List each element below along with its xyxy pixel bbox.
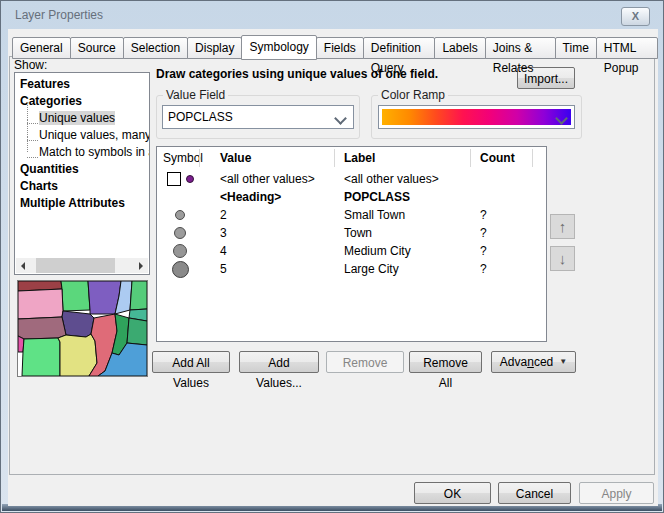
apply-button: Apply	[579, 482, 654, 504]
tree-connector	[27, 148, 38, 158]
tab-time[interactable]: Time	[555, 37, 597, 59]
tab-fields[interactable]: Fields	[316, 37, 364, 59]
table-row[interactable]: <Heading>POPCLASS	[157, 188, 546, 206]
close-icon[interactable]: X	[621, 7, 650, 26]
value-field-label: Value Field	[163, 88, 228, 102]
window-title: Layer Properties	[15, 8, 103, 22]
layer-properties-window: Layer Properties X GeneralSourceSelectio…	[0, 0, 664, 513]
tree-item-label: Multiple Attributes	[20, 196, 125, 210]
map-region-missouri	[58, 334, 97, 376]
column-label: Label	[344, 147, 375, 169]
remove-all-button[interactable]: Remove All	[409, 351, 482, 373]
color-ramp-label: Color Ramp	[378, 88, 448, 102]
table-row[interactable]: 2Small Town?	[157, 206, 546, 224]
add-all-values-button[interactable]: Add All Values	[152, 351, 230, 373]
tree-item-label: Quantities	[20, 162, 79, 176]
table-row[interactable]: 5Large City?	[157, 260, 546, 278]
map-region-minnesota	[61, 281, 90, 311]
value-cell: 2	[220, 206, 227, 224]
move-down-button[interactable]: ↓	[550, 246, 575, 271]
symbol-cell	[159, 188, 201, 206]
map-region-nebraska	[18, 317, 66, 339]
map-preview-svg	[18, 281, 147, 376]
dropdown-arrow-icon: ▼	[559, 352, 567, 372]
column-separator	[470, 149, 471, 167]
chevron-down-icon	[334, 112, 347, 125]
tree-item-match-to-symbols-in-a[interactable]: Match to symbols in a	[15, 144, 149, 161]
tree-item-categories[interactable]: Categories	[15, 93, 149, 110]
color-ramp-group: Color Ramp	[371, 95, 582, 139]
table-row[interactable]: <all other values><all other values>	[157, 170, 546, 188]
advanced-button[interactable]: Advanced ▼	[491, 351, 576, 373]
tree-horizontal-scrollbar[interactable]	[16, 258, 148, 273]
tree-item-unique-values[interactable]: Unique values	[15, 110, 149, 127]
tree-item-label: Unique values	[39, 111, 115, 125]
tab-general[interactable]: General	[12, 37, 71, 59]
tab-labels[interactable]: Labels	[434, 37, 485, 59]
symbol-dot-icon	[175, 210, 185, 220]
count-cell: ?	[480, 242, 487, 260]
visibility-checkbox[interactable]	[167, 172, 181, 186]
map-region-michigan	[130, 281, 147, 310]
value-list[interactable]: Symbol Value Label Count <all other valu…	[156, 146, 547, 342]
tab-symbology[interactable]: Symbology	[241, 35, 316, 60]
tab-source[interactable]: Source	[70, 37, 124, 59]
label-cell: Small Town	[344, 206, 405, 224]
value-cell: <all other values>	[220, 170, 315, 188]
label-cell: <all other values>	[344, 170, 439, 188]
tree-item-features[interactable]: Features	[15, 76, 149, 93]
value-cell: 4	[220, 242, 227, 260]
dialog-body: GeneralSourceSelectionDisplaySymbologyFi…	[8, 29, 658, 506]
value-rows: <all other values><all other values><Hea…	[157, 170, 546, 278]
tree-item-quantities[interactable]: Quantities	[15, 161, 149, 178]
tab-definition-query[interactable]: Definition Query	[363, 37, 436, 59]
tab-selection[interactable]: Selection	[123, 37, 188, 59]
count-cell: ?	[480, 206, 487, 224]
show-tree[interactable]: FeaturesCategoriesUnique valuesUnique va…	[14, 72, 150, 275]
titlebar[interactable]: Layer Properties X	[2, 2, 662, 29]
tree-item-charts[interactable]: Charts	[15, 178, 149, 195]
value-field-dropdown[interactable]: POPCLASS	[162, 105, 354, 129]
symbol-cell	[159, 206, 201, 224]
column-separator	[334, 149, 335, 167]
tree-item-multiple-attributes[interactable]: Multiple Attributes	[15, 195, 149, 212]
symbol-dot-icon	[173, 244, 187, 258]
column-separator	[199, 149, 200, 167]
tree-connector	[27, 114, 38, 124]
symbol-cell	[159, 260, 201, 278]
column-symbol: Symbol	[163, 147, 203, 169]
value-field-value: POPCLASS	[168, 110, 233, 124]
column-count: Count	[480, 147, 515, 169]
tab-joins-relates[interactable]: Joins & Relates	[485, 37, 556, 59]
map-region-south-dakota	[18, 289, 63, 319]
cancel-button[interactable]: Cancel	[498, 482, 571, 504]
table-row[interactable]: 4Medium City?	[157, 242, 546, 260]
tree-item-unique-values-many[interactable]: Unique values, many	[15, 127, 149, 144]
column-value: Value	[220, 147, 251, 169]
count-cell: ?	[480, 224, 487, 242]
ok-button[interactable]: OK	[414, 482, 491, 504]
tab-display[interactable]: Display	[187, 37, 242, 59]
color-ramp-dropdown[interactable]	[378, 105, 575, 129]
show-tree-items: FeaturesCategoriesUnique valuesUnique va…	[15, 73, 149, 212]
scroll-right-icon[interactable]	[139, 262, 143, 270]
table-row[interactable]: 3Town?	[157, 224, 546, 242]
label-cell: Large City	[344, 260, 399, 278]
tab-html-popup[interactable]: HTML Popup	[596, 37, 658, 59]
color-ramp-swatch	[382, 109, 571, 125]
add-values-button[interactable]: Add Values...	[239, 351, 319, 373]
label-cell: Medium City	[344, 242, 411, 260]
value-cell: <Heading>	[220, 188, 281, 206]
label-cell: Town	[344, 224, 372, 242]
tree-item-label: Features	[20, 77, 70, 91]
scroll-left-icon[interactable]	[21, 262, 25, 270]
show-label: Show:	[14, 58, 47, 72]
scroll-thumb[interactable]	[36, 258, 115, 273]
symbol-cell	[159, 170, 201, 188]
move-up-button[interactable]: ↑	[550, 214, 575, 239]
tree-item-label: Charts	[20, 179, 58, 193]
advanced-label: Advanced	[500, 352, 553, 372]
symbol-dot-icon	[186, 175, 194, 183]
symbol-dot-icon	[172, 261, 189, 278]
map-region-east-green	[127, 318, 147, 345]
